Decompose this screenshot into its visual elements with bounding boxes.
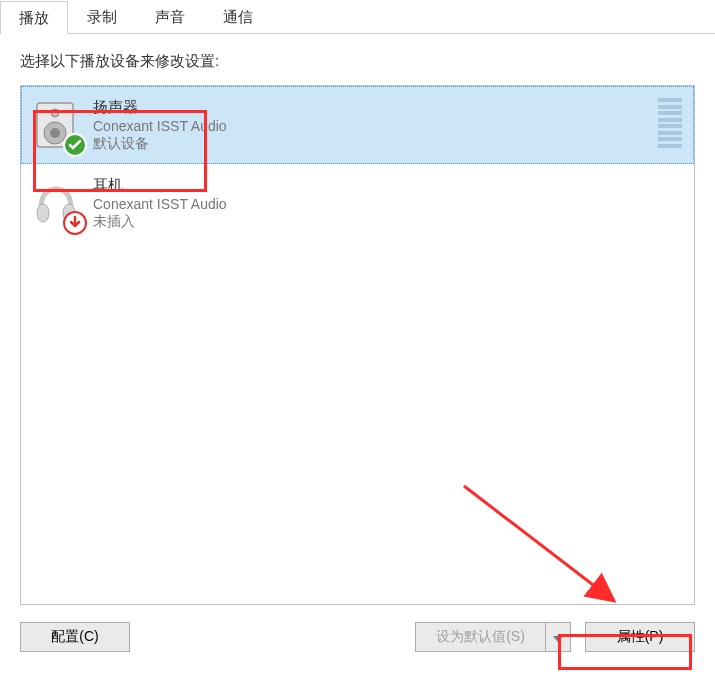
svg-point-2 [50,128,60,138]
device-status: 默认设备 [93,135,227,153]
svg-point-3 [51,109,59,117]
tab-communications[interactable]: 通信 [204,0,272,33]
tab-playback[interactable]: 播放 [0,1,68,34]
tab-recording[interactable]: 录制 [68,0,136,33]
headphone-icon [31,175,81,231]
set-default-split-button: 设为默认值(S) [415,622,571,652]
device-item-speaker[interactable]: 扬声器 Conexant ISST Audio 默认设备 [21,86,694,164]
device-name: 扬声器 [93,98,227,117]
tab-bar: 播放 录制 声音 通信 [0,0,715,34]
configure-button[interactable]: 配置(C) [20,622,130,652]
level-meter [658,98,682,148]
device-driver: Conexant ISST Audio [93,118,227,134]
chevron-down-icon [553,630,563,645]
device-status: 未插入 [93,213,227,231]
set-default-button[interactable]: 设为默认值(S) [415,622,545,652]
tab-sounds[interactable]: 声音 [136,0,204,33]
device-text: 扬声器 Conexant ISST Audio 默认设备 [93,98,227,153]
device-name: 耳机 [93,176,227,195]
device-text: 耳机 Conexant ISST Audio 未插入 [93,176,227,231]
speaker-icon [31,97,81,153]
set-default-dropdown[interactable] [545,622,571,652]
check-badge-icon [63,133,87,157]
down-badge-icon [63,211,87,235]
svg-point-5 [37,204,49,222]
device-list[interactable]: 扬声器 Conexant ISST Audio 默认设备 [20,85,695,605]
content-area: 选择以下播放设备来修改设置: 扬声器 C [0,34,715,614]
device-driver: Conexant ISST Audio [93,196,227,212]
instruction-text: 选择以下播放设备来修改设置: [20,52,695,71]
properties-button[interactable]: 属性(P) [585,622,695,652]
device-item-headphone[interactable]: 耳机 Conexant ISST Audio 未插入 [21,164,694,242]
button-row: 配置(C) 设为默认值(S) 属性(P) [0,614,715,664]
